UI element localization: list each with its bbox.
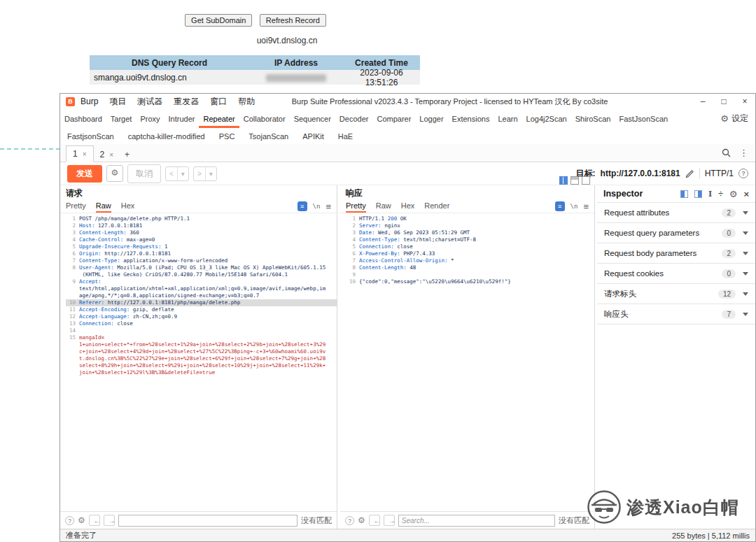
inspector-close-icon[interactable]: ×	[743, 189, 749, 199]
search-help-icon[interactable]: ?	[65, 516, 74, 525]
minimize-button[interactable]: –	[692, 94, 713, 109]
inspector-section[interactable]: Request query parameters0	[597, 223, 755, 243]
request-editor-tabs: PrettyRawHex ≡ \n ≡	[60, 200, 337, 213]
extension-tab-tsojanscan[interactable]: TsojanScan	[241, 128, 295, 144]
main-tab-decoder[interactable]: Decoder	[335, 109, 373, 128]
inspector-section[interactable]: 响应头7	[597, 304, 755, 325]
help-icon[interactable]: ?	[738, 169, 748, 178]
inspector-section[interactable]: Request body parameters2	[597, 243, 755, 264]
main-tab-learn[interactable]: Learn	[493, 109, 522, 128]
search-icon[interactable]	[722, 148, 731, 157]
search-prev-button[interactable]: ←	[369, 515, 380, 526]
extension-tab-hae[interactable]: HaE	[331, 128, 360, 144]
menu-item-重发器[interactable]: 重发器	[168, 96, 204, 108]
http-version-badge[interactable]: HTTP/1	[705, 169, 734, 178]
cancel-button[interactable]: 取消	[127, 164, 161, 183]
main-tab-extensions[interactable]: Extensions	[448, 109, 494, 128]
editor-menu-icon[interactable]: ≡	[326, 201, 331, 212]
close-button[interactable]: ×	[734, 94, 755, 109]
layout-toggle-icons	[559, 176, 590, 185]
main-tab-fastjsonscan[interactable]: FastJsonScan	[615, 109, 672, 128]
search-next-button[interactable]: →	[384, 515, 395, 526]
menu-item-Burp[interactable]: Burp	[75, 97, 104, 106]
extension-tab-captcha-killer-modified[interactable]: captcha-killer-modified	[121, 128, 212, 144]
refresh-record-button[interactable]: Refresh Record	[260, 14, 326, 27]
extension-tab-psc[interactable]: PSC	[212, 128, 242, 144]
edit-pencil-icon[interactable]	[685, 169, 694, 178]
newline-toggle-icon[interactable]: \n	[570, 203, 578, 210]
new-repeater-tab-button[interactable]: +	[120, 147, 134, 162]
request-editor[interactable]: 1POST /php/manga/delete.php HTTP/1.12Hos…	[60, 213, 337, 511]
settings-cluster[interactable]: ⚙设定	[720, 109, 755, 128]
main-tab-dashboard[interactable]: Dashboard	[60, 109, 106, 128]
main-tab-logger[interactable]: Logger	[415, 109, 447, 128]
extension-tab-apikit[interactable]: APIKit	[295, 128, 331, 144]
collapse-all-icon[interactable]: ÷	[718, 189, 723, 199]
response-tab-pretty[interactable]: Pretty	[346, 200, 366, 213]
line-number: 9	[66, 278, 79, 285]
expand-all-icon[interactable]: I	[708, 190, 712, 199]
search-settings-icon[interactable]: ⚙	[78, 515, 85, 525]
inspector-section[interactable]: Request cookies0	[597, 264, 755, 284]
decorative-dashed-line	[0, 148, 60, 150]
request-tab-hex[interactable]: Hex	[121, 200, 135, 213]
inspector-section[interactable]: 请求标头12	[597, 284, 755, 304]
history-forward-button[interactable]: >▾	[193, 166, 217, 181]
inspector-section[interactable]: Request attributes2	[597, 203, 755, 223]
send-button[interactable]: 发送	[67, 165, 102, 183]
main-tab-target[interactable]: Target	[106, 109, 136, 128]
search-prev-button[interactable]: ←	[89, 515, 100, 526]
dock-left-icon[interactable]	[680, 190, 688, 198]
dns-table-row: smanga.uoi9vt.dnslog.cn 2023-09-06 13:51…	[90, 70, 420, 85]
line-content: Content-Length: 360	[79, 229, 139, 236]
search-next-button[interactable]: →	[104, 515, 115, 526]
menu-item-项目[interactable]: 项目	[104, 96, 132, 108]
request-search-input[interactable]	[118, 515, 298, 527]
pretty-print-icon[interactable]: ≡	[555, 201, 565, 211]
request-tab-raw[interactable]: Raw	[96, 200, 111, 213]
chevron-down-icon	[743, 272, 748, 276]
repeater-tab-1[interactable]: 1×	[66, 145, 94, 162]
layout-split-horizontal-icon[interactable]	[570, 176, 579, 185]
menu-item-测试器[interactable]: 测试器	[132, 96, 168, 108]
maximize-button[interactable]: □	[713, 94, 734, 109]
line-content: Connection: close	[79, 320, 133, 327]
line-number	[66, 292, 79, 299]
search-help-icon[interactable]: ?	[345, 516, 354, 525]
main-tab-proxy[interactable]: Proxy	[136, 109, 164, 128]
pretty-print-icon[interactable]: ≡	[298, 201, 307, 211]
send-settings-gear-icon[interactable]: ⚙	[106, 165, 123, 182]
request-tab-pretty[interactable]: Pretty	[66, 200, 86, 213]
editor-menu-icon[interactable]: ≡	[583, 201, 589, 212]
kebab-menu-icon[interactable]: ⋮	[739, 148, 748, 158]
line-content: Origin: http://127.0.0.1:8181	[79, 250, 171, 257]
main-tab-comparer[interactable]: Comparer	[372, 109, 415, 128]
history-back-button[interactable]: <▾	[165, 166, 189, 181]
code-line: 9Accept:	[66, 278, 337, 285]
tab-close-icon[interactable]: ×	[83, 150, 87, 158]
line-number: 8	[66, 264, 79, 271]
dock-right-icon[interactable]	[694, 190, 702, 198]
search-settings-icon[interactable]: ⚙	[358, 515, 365, 525]
main-tab-intruder[interactable]: Intruder	[164, 109, 200, 128]
extension-tab-fastjsonscan[interactable]: FastjsonScan	[60, 128, 121, 144]
main-tab-collaborator[interactable]: Collaborator	[239, 109, 290, 128]
main-tab-repeater[interactable]: Repeater	[199, 109, 239, 128]
main-tab-log4j2scan[interactable]: Log4j2Scan	[522, 109, 571, 128]
response-tab-hex[interactable]: Hex	[401, 200, 415, 213]
main-tab-shiroscan[interactable]: ShiroScan	[571, 109, 615, 128]
get-subdomain-button[interactable]: Get SubDomain	[185, 14, 252, 27]
repeater-tab-2[interactable]: 2×	[94, 147, 120, 162]
response-tab-render[interactable]: Render	[424, 200, 449, 213]
layout-split-vertical-icon[interactable]	[559, 176, 568, 185]
newline-toggle-icon[interactable]: \n	[313, 203, 321, 210]
inspector-settings-icon[interactable]: ⚙	[729, 189, 738, 199]
response-tab-raw[interactable]: Raw	[376, 200, 391, 213]
tab-close-icon[interactable]: ×	[109, 151, 113, 159]
layout-combined-icon[interactable]	[582, 176, 590, 185]
response-search-input[interactable]	[398, 515, 555, 527]
menu-item-窗口[interactable]: 窗口	[204, 96, 232, 108]
response-editor[interactable]: 1HTTP/1.1 200 OK2Server: nginx3Date: Wed…	[340, 213, 594, 511]
main-tab-sequencer[interactable]: Sequencer	[290, 109, 335, 128]
menu-item-帮助[interactable]: 帮助	[232, 96, 260, 108]
